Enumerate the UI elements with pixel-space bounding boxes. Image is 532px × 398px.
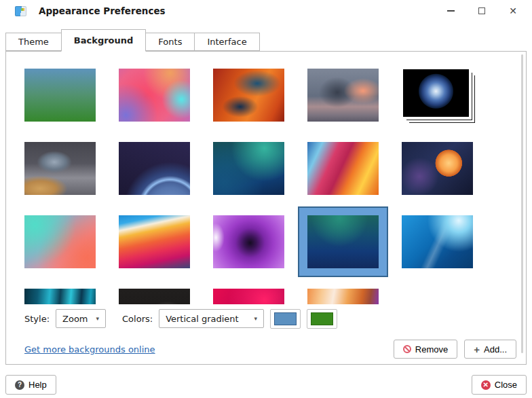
wallpaper-teal-coral-gradient[interactable] [24, 215, 96, 268]
panel-bottom-row: Get more backgrounds online Remove + Add… [24, 340, 516, 359]
dialog-footer: ? Help ✕ Close [5, 375, 527, 395]
plus-icon: + [474, 344, 480, 355]
background-tab-panel: Style: Zoom ▾ Colors: Vertical gradient … [5, 51, 527, 365]
wallpaper-cell-selected [307, 215, 379, 268]
style-label: Style: [24, 314, 50, 324]
wallpaper-orange-blue-swirl[interactable] [213, 69, 284, 122]
tab-theme-label: Theme [18, 37, 49, 47]
wallpaper-orange-sphere-swirl[interactable] [402, 142, 473, 195]
primary-color-swatch [274, 312, 297, 325]
titlebar: Appearance Preferences ✕ [0, 0, 532, 22]
close-circle-icon: ✕ [481, 380, 491, 390]
vertical-scrollbar[interactable] [521, 54, 523, 353]
wallpaper-earth-slideshow[interactable] [403, 69, 469, 117]
close-button-label: Close [495, 380, 517, 390]
wallpaper-cyan-streaks[interactable] [24, 289, 96, 304]
close-icon[interactable]: ✕ [508, 5, 518, 16]
chevron-down-icon: ▾ [96, 315, 100, 322]
window-title: Appearance Preferences [39, 5, 166, 16]
wallpaper-pink-cyan-abstract[interactable] [119, 69, 190, 122]
wallpaper-blue-green-gradient[interactable] [24, 69, 96, 122]
get-more-backgrounds-link[interactable]: Get more backgrounds online [24, 344, 155, 355]
primary-color-picker-button[interactable] [270, 309, 301, 329]
wallpaper-blue-aurora[interactable] [402, 215, 473, 268]
remove-button[interactable]: Remove [394, 340, 457, 359]
appearance-app-icon [15, 6, 26, 16]
tab-interface[interactable]: Interface [194, 33, 259, 51]
add-button[interactable]: + Add... [464, 340, 516, 359]
help-icon: ? [15, 380, 24, 390]
wallpaper-purple-vortex[interactable] [213, 215, 284, 268]
secondary-color-picker-button[interactable] [307, 309, 337, 329]
wallpaper-big-sur-waves[interactable] [119, 215, 190, 268]
maximize-icon[interactable] [476, 5, 487, 16]
chevron-down-icon: ▾ [254, 315, 258, 322]
wallpaper-planet-horizon[interactable] [119, 142, 190, 195]
help-button-label: Help [28, 380, 47, 390]
style-options-row: Style: Zoom ▾ Colors: Vertical gradient … [24, 308, 526, 329]
wallpaper-rainbow-paper-waves[interactable] [307, 142, 379, 195]
wallpaper-desert-spiral-shell[interactable] [24, 142, 96, 195]
wallpaper-teal-nebula[interactable] [213, 142, 284, 195]
wallpaper-deep-blue-nebula-selected[interactable] [307, 215, 379, 268]
window-controls: ✕ [445, 5, 524, 16]
tab-background-label: Background [74, 35, 134, 46]
tab-background[interactable]: Background [61, 29, 147, 52]
wallpaper-grid [6, 52, 526, 304]
wallpaper-orange-flow-waves[interactable] [307, 289, 379, 304]
tab-fonts-label: Fonts [158, 37, 182, 47]
secondary-color-swatch [311, 312, 333, 325]
wallpaper-sunset-clouds[interactable] [307, 69, 379, 122]
add-button-label: Add... [484, 344, 507, 355]
tab-bar: Theme Background Fonts Interface [5, 29, 527, 51]
help-button[interactable]: ? Help [5, 375, 56, 395]
remove-button-label: Remove [415, 344, 448, 355]
colors-dropdown-value: Vertical gradient [166, 314, 239, 324]
close-button[interactable]: ✕ Close [472, 375, 527, 395]
tab-interface-label: Interface [207, 37, 246, 47]
colors-label: Colors: [122, 314, 153, 324]
tab-fonts[interactable]: Fonts [145, 33, 195, 51]
remove-prohibit-icon [403, 345, 411, 353]
tab-theme[interactable]: Theme [5, 33, 62, 51]
colors-dropdown[interactable]: Vertical gradient ▾ [159, 309, 264, 328]
style-dropdown-value: Zoom [62, 314, 88, 324]
minimize-icon[interactable] [445, 5, 456, 16]
wallpaper-crimson-abstract[interactable] [213, 289, 284, 304]
style-dropdown[interactable]: Zoom ▾ [56, 309, 106, 328]
wallpaper-dark-flame[interactable] [119, 289, 190, 304]
